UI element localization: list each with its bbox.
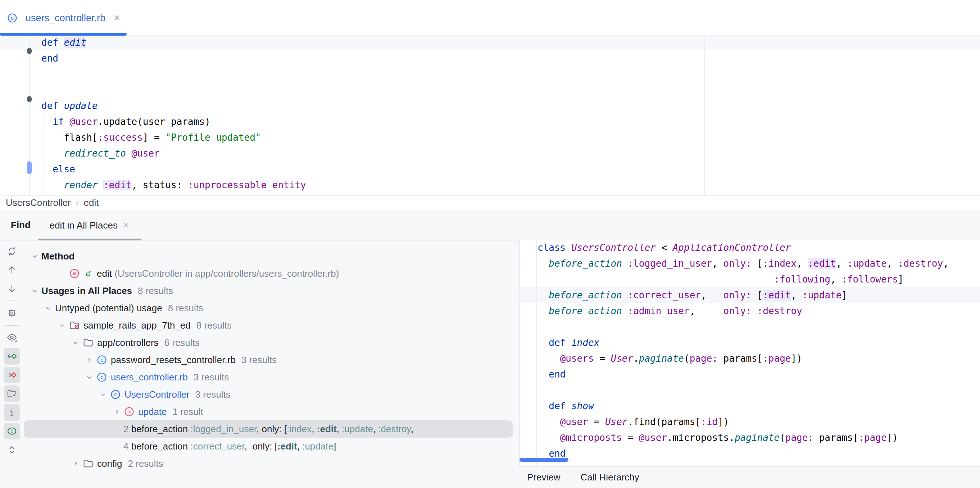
result-count: 3 results (194, 372, 229, 383)
non-code-usages-icon (6, 426, 17, 437)
read-access-filter-button[interactable] (3, 348, 20, 365)
result-count: 3 results (242, 354, 277, 366)
tree-row[interactable]: sample_rails_app_7th_ed8 results (24, 317, 519, 334)
right-margin-guide (704, 36, 705, 195)
tree-row[interactable]: Usages in All Places8 results (24, 282, 519, 300)
find-tab-label: edit in All Places (50, 220, 118, 231)
breadcrumb-item-class[interactable]: UsersController (6, 197, 71, 208)
chevron-down-icon[interactable] (41, 305, 55, 312)
previous-occurrence-button[interactable] (3, 260, 20, 279)
breadcrumb-item-method[interactable]: edit (84, 197, 99, 208)
rerun-search-button[interactable] (3, 242, 20, 260)
code-editor[interactable]: def editend def update if @user.update(u… (0, 36, 980, 195)
chevron-down-icon[interactable] (69, 339, 83, 346)
chevron-down-icon[interactable] (55, 322, 69, 329)
result-count: 8 results (138, 285, 173, 297)
code-line (538, 382, 949, 398)
ruby-class-icon: c (110, 389, 121, 400)
code-line: :following, :followers] (538, 271, 949, 287)
chevron-right-icon[interactable] (110, 408, 123, 416)
folder-icon (83, 458, 94, 469)
code-line: def edit (41, 36, 306, 50)
code-line: before_action :logged_in_user, only: [:i… (538, 255, 949, 271)
editor-code: def editend def update if @user.update(u… (41, 36, 306, 195)
code-line: end (538, 366, 949, 382)
chevron-down-icon[interactable] (28, 287, 41, 295)
gutter-marker-blue[interactable] (27, 161, 32, 174)
preview-editor[interactable]: class UsersController < ApplicationContr… (520, 241, 980, 466)
tree-row[interactable]: cUsersController3 results (24, 386, 519, 403)
gutter-marker[interactable] (27, 96, 32, 102)
tree-row-label: app/controllers (97, 337, 159, 348)
tree-row-label: sample_rails_app_7th_ed (83, 320, 191, 331)
tree-row[interactable]: Method (24, 247, 519, 265)
code-line: end (538, 445, 949, 461)
non-code-usages-button[interactable] (3, 423, 20, 439)
code-line: @microposts = @user.microposts.paginate(… (538, 430, 949, 445)
code-line: def update (41, 98, 306, 114)
tree-row-label: 2 before_action :logged_in_user, only: [… (123, 424, 414, 435)
tree-row-label: update (138, 406, 167, 418)
tree-row[interactable]: Untyped (potential) usage8 results (24, 300, 519, 317)
chevron-right-icon[interactable] (83, 356, 96, 364)
chevron-down-icon[interactable] (96, 391, 110, 399)
code-line: class UsersController < ApplicationContr… (538, 241, 949, 255)
gutter-separator (536, 241, 537, 466)
tree-row-label: Method (41, 251, 75, 262)
settings-button[interactable] (3, 304, 20, 322)
code-line: end (41, 50, 306, 66)
chevron-down-icon[interactable] (83, 373, 96, 381)
tab-edit-in-all-places[interactable]: edit in All Places ✕ (38, 209, 142, 241)
code-line: render :edit, status: :unprocessable_ent… (41, 177, 306, 193)
svg-text:m: m (128, 409, 130, 415)
next-occurrence-button[interactable] (3, 279, 20, 298)
svg-text:c: c (100, 357, 103, 363)
editor-tab-bar: c users_controller.rb ✕ (0, 0, 980, 36)
tree-row-label: UsersController (124, 389, 189, 400)
gear-icon (6, 308, 17, 319)
tab-call-hierarchy[interactable]: Call Hierarchy (580, 472, 639, 483)
code-line: @user = User.find(params[:id]) (538, 414, 949, 430)
horizontal-scrollbar-thumb[interactable] (520, 458, 568, 462)
code-line: before_action :correct_user, only: [:edi… (538, 287, 949, 303)
chevron-right-icon[interactable] (69, 460, 83, 467)
result-count: 8 results (168, 303, 203, 314)
code-line: if @user.update(user_params) (41, 114, 306, 129)
group-folder-icon (6, 388, 17, 399)
gutter-marker[interactable] (27, 48, 32, 54)
svg-text:c: c (100, 374, 103, 380)
preview-tab-bar: Preview Call Hierarchy (519, 466, 980, 488)
tab-users-controller[interactable]: c users_controller.rb ✕ (6, 6, 121, 30)
eye-icon (6, 332, 17, 343)
code-line (41, 66, 306, 82)
write-access-filter-button[interactable] (3, 367, 20, 383)
active-tab-indicator (0, 33, 127, 36)
tree-row[interactable]: cusers_controller.rb3 results (24, 368, 519, 386)
group-by-button[interactable] (3, 386, 20, 402)
folder-icon (83, 337, 94, 348)
tree-row[interactable]: medit (UsersController in app/controller… (24, 265, 519, 282)
tree-row-label: Untyped (potential) usage (55, 303, 162, 314)
tree-row[interactable]: app/controllers6 results (24, 334, 519, 351)
tree-row[interactable]: cpassword_resets_controller.rb3 results (24, 351, 519, 368)
expand-all-icon (6, 445, 17, 455)
tree-row[interactable]: 4 before_action :correct_user, only: [:e… (24, 438, 519, 455)
tree-row-label: users_controller.rb (111, 372, 188, 383)
expand-all-button[interactable] (3, 440, 20, 459)
result-count: 6 results (164, 337, 200, 348)
tree-row-selected[interactable]: 2 before_action :logged_in_user, only: [… (24, 420, 513, 438)
tree-row[interactable]: config2 results (24, 455, 519, 472)
tab-close-icon[interactable]: ✕ (113, 13, 121, 23)
code-line: end (41, 193, 306, 195)
tab-preview[interactable]: Preview (527, 472, 560, 483)
find-tab-close-icon[interactable]: ✕ (123, 221, 129, 230)
write-access-icon (6, 370, 17, 380)
tree-row[interactable]: mupdate1 result (24, 403, 519, 420)
tab-label: users_controller.rb (25, 13, 105, 24)
preview-usages-button[interactable] (3, 328, 20, 347)
chevron-down-icon[interactable] (28, 253, 41, 260)
show-import-statements-button[interactable] (3, 404, 20, 421)
tree-row-label: 4 before_action :correct_user, only: [:e… (123, 441, 336, 452)
toolbar-divider (5, 300, 19, 301)
toolbar-divider (5, 325, 19, 326)
